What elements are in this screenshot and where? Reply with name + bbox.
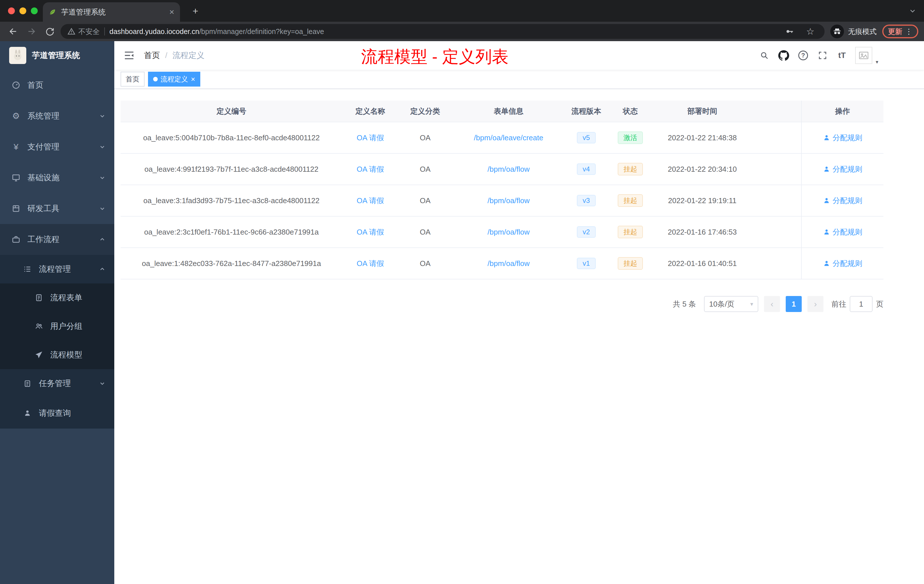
form-info-link[interactable]: /bpm/oa/flow	[487, 228, 530, 237]
assign-rule-button[interactable]: 分配规则	[823, 133, 862, 143]
forward-icon[interactable]	[24, 24, 39, 39]
search-icon[interactable]	[758, 49, 771, 62]
window-close-button[interactable]	[8, 7, 15, 14]
tag-home[interactable]: 首页	[120, 72, 145, 87]
back-icon[interactable]	[6, 24, 21, 39]
deploy-time: 2022-01-22 19:19:11	[653, 196, 751, 205]
deploy-time: 2022-01-16 17:46:53	[653, 228, 751, 237]
logo-header: 芋道管理系统	[0, 41, 114, 70]
browser-toolbar: 不安全 dashboard.yudao.iocoder.cn/bpm/manag…	[0, 22, 924, 41]
monitor-icon	[12, 173, 21, 182]
form-info-link[interactable]: /bpm/oa/flow	[487, 259, 530, 268]
definition-id: oa_leave:1:482ec033-762a-11ec-8477-a2380…	[120, 259, 342, 268]
tab-close-icon[interactable]: ×	[169, 8, 174, 16]
update-button[interactable]: 更新 ⋮	[882, 25, 918, 38]
app-title: 芋道管理系统	[32, 50, 80, 61]
tag-close-icon[interactable]: ×	[191, 76, 195, 83]
definition-name-link[interactable]: OA 请假	[356, 164, 384, 174]
new-tab-button[interactable]: +	[190, 5, 201, 16]
font-size-icon[interactable]: tT	[836, 49, 848, 62]
bookmark-star-icon[interactable]: ☆	[803, 24, 818, 39]
assign-rule-button[interactable]: 分配规则	[823, 259, 862, 269]
gear-icon: ⚙	[12, 112, 21, 120]
collapse-sidebar-icon[interactable]	[124, 50, 135, 61]
security-label: 不安全	[78, 27, 100, 36]
sidebar-item-process-form[interactable]: 流程表单	[0, 284, 114, 312]
col-actions: 操作	[801, 101, 883, 122]
browser-menu-dots-icon[interactable]: ⋮	[905, 27, 912, 36]
sidebar-item-process-model[interactable]: 流程模型	[0, 341, 114, 369]
version-badge: v5	[577, 132, 596, 144]
col-definition-name: 定义名称	[342, 106, 398, 116]
sidebar-item-infrastructure[interactable]: 基础设施	[0, 162, 114, 193]
help-icon[interactable]: ?	[797, 49, 809, 62]
status-badge: 挂起	[618, 194, 643, 207]
definition-id: oa_leave:3:1fad3d93-7b75-11ec-a3c8-acde4…	[120, 196, 342, 205]
paper-plane-icon	[34, 351, 43, 359]
current-page-button[interactable]: 1	[786, 296, 802, 312]
sidebar-item-devtools[interactable]: 研发工具	[0, 193, 114, 224]
sidebar: 芋道管理系统 首页 ⚙ 系统管理 ¥ 支付管理 基础设施 研发工具	[0, 41, 114, 584]
next-page-button[interactable]: ›	[807, 296, 823, 312]
status-badge: 挂起	[618, 163, 643, 175]
chevron-down-icon	[99, 175, 105, 181]
definition-category: OA	[398, 134, 452, 142]
clipboard-icon	[23, 379, 32, 388]
security-status[interactable]: 不安全	[68, 27, 100, 36]
window-minimize-button[interactable]	[20, 7, 26, 14]
definition-name-link[interactable]: OA 请假	[356, 196, 384, 206]
goto-label: 前往	[832, 299, 846, 309]
incognito-label: 无痕模式	[848, 27, 876, 36]
window-zoom-button[interactable]	[31, 7, 38, 14]
github-icon[interactable]	[777, 49, 790, 62]
table-row: oa_leave:4:991f2193-7b7f-11ec-a3c8-acde4…	[120, 154, 883, 185]
document-icon	[34, 294, 43, 302]
content-area: 定义编号 定义名称 定义分类 表单信息 流程版本 状态 部署时间 操作 oa_l…	[114, 89, 924, 312]
form-info-link[interactable]: /bpm/oa/leave/create	[474, 134, 543, 142]
chevron-up-icon	[99, 266, 105, 272]
fullscreen-icon[interactable]	[816, 49, 829, 62]
tab-search-chevron-down-icon[interactable]	[909, 7, 916, 14]
user-avatar[interactable]	[855, 47, 872, 64]
chevron-up-icon	[99, 237, 105, 242]
incognito-icon	[830, 25, 844, 38]
definition-category: OA	[398, 259, 452, 268]
chevron-down-icon	[99, 381, 105, 386]
tag-process-definition[interactable]: 流程定义 ×	[148, 72, 200, 87]
sidebar-item-user-group[interactable]: 用户分组	[0, 312, 114, 341]
sidebar-item-leave-query[interactable]: 请假查询	[0, 398, 114, 429]
sidebar-item-system[interactable]: ⚙ 系统管理	[0, 101, 114, 132]
sidebar-item-workflow[interactable]: 工作流程	[0, 224, 114, 255]
chevron-down-icon	[99, 113, 105, 119]
browser-tab[interactable]: 芋道管理系统 ×	[43, 2, 180, 22]
key-icon[interactable]	[782, 24, 797, 39]
sidebar-item-process-management[interactable]: 流程管理	[0, 255, 114, 284]
breadcrumb-home[interactable]: 首页	[144, 50, 160, 61]
address-bar[interactable]: 不安全 dashboard.yudao.iocoder.cn/bpm/manag…	[61, 24, 825, 39]
briefcase-icon	[12, 235, 21, 244]
definition-id: oa_leave:5:004b710b-7b8a-11ec-8ef0-acde4…	[120, 134, 342, 142]
app-header: 首页 / 流程定义 流程模型 - 定义列表 ? tT ▾	[114, 41, 924, 70]
goto-page-input[interactable]	[850, 296, 873, 312]
table-header-row: 定义编号 定义名称 定义分类 表单信息 流程版本 状态 部署时间 操作	[120, 101, 883, 122]
deploy-time: 2022-01-16 01:40:51	[653, 259, 751, 268]
definition-name-link[interactable]: OA 请假	[356, 259, 384, 269]
reload-icon[interactable]	[42, 24, 57, 39]
definition-table: 定义编号 定义名称 定义分类 表单信息 流程版本 状态 部署时间 操作 oa_l…	[120, 101, 883, 279]
assign-rule-button[interactable]: 分配规则	[823, 164, 862, 174]
sidebar-item-task-management[interactable]: 任务管理	[0, 369, 114, 398]
deploy-time: 2022-01-22 20:34:10	[653, 165, 751, 174]
sidebar-item-home[interactable]: 首页	[0, 70, 114, 101]
users-icon	[34, 322, 43, 330]
definition-name-link[interactable]: OA 请假	[356, 133, 384, 143]
dashboard-icon	[12, 81, 21, 89]
form-info-link[interactable]: /bpm/oa/flow	[487, 196, 530, 205]
form-info-link[interactable]: /bpm/oa/flow	[487, 165, 530, 174]
page-size-select[interactable]: 10条/页 ▾	[704, 296, 758, 312]
definition-name-link[interactable]: OA 请假	[356, 227, 384, 237]
assign-rule-button[interactable]: 分配规则	[823, 196, 862, 206]
avatar-caret-down-icon[interactable]: ▾	[876, 59, 878, 65]
sidebar-item-payment[interactable]: ¥ 支付管理	[0, 132, 114, 162]
prev-page-button[interactable]: ‹	[764, 296, 780, 312]
assign-rule-button[interactable]: 分配规则	[823, 227, 862, 237]
